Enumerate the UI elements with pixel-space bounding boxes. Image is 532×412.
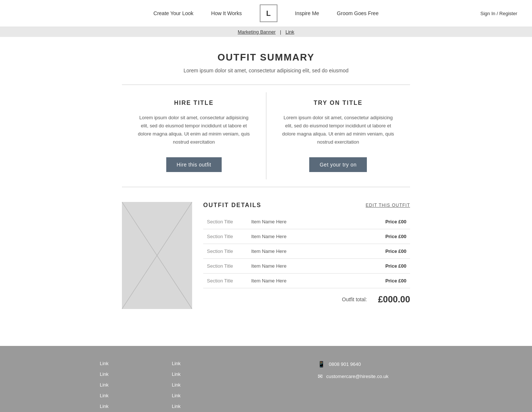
main-nav: Create Your Look How It Works L Inspire … — [0, 0, 532, 27]
item-price: Price £00 — [345, 244, 410, 259]
outfit-total-label: Outfit total: — [342, 296, 367, 302]
footer-link[interactable]: Link — [100, 404, 157, 409]
hire-outfit-button[interactable]: Hire this outfit — [166, 157, 222, 172]
hire-tryon-columns: HIRE TITLE Lorem ipsum dolor sit amet, c… — [122, 92, 410, 179]
hire-column: HIRE TITLE Lorem ipsum dolor sit amet, c… — [122, 92, 266, 179]
footer-link[interactable]: Link — [172, 371, 229, 377]
footer-phone: 📱 0808 901 9640 — [318, 361, 432, 368]
outfit-details-right: OUTFIT DETAILS EDIT THIS OUTFIT Section … — [203, 202, 410, 305]
hire-description: Lorem ipsum dolor sit amet, consectetur … — [137, 114, 251, 146]
outfit-total-row: Outfit total: £000.00 — [203, 294, 410, 305]
item-name: Item Name Here — [248, 229, 345, 244]
footer-link[interactable]: Link — [172, 382, 229, 388]
phone-icon: 📱 — [318, 361, 325, 368]
footer-link[interactable]: Link — [100, 361, 157, 366]
footer-link[interactable]: Link — [100, 371, 157, 377]
table-row: Section Title Item Name Here Price £00 — [203, 214, 410, 229]
table-row: Section Title Item Name Here Price £00 — [203, 229, 410, 244]
footer-email-address: customercare@hiresite.co.uk — [326, 374, 389, 379]
table-row: Section Title Item Name Here Price £00 — [203, 259, 410, 274]
item-section: Section Title — [203, 274, 248, 288]
tryon-column: TRY ON TITLE Lorem ipsum dolor sit amet,… — [266, 92, 410, 179]
nav-groom-goes-free[interactable]: Groom Goes Free — [337, 10, 379, 16]
footer-link[interactable]: Link — [100, 393, 157, 398]
table-row: Section Title Item Name Here Price £00 — [203, 244, 410, 259]
footer-phone-number: 0808 901 9640 — [329, 361, 361, 367]
item-section: Section Title — [203, 214, 248, 229]
outfit-details-section: OUTFIT DETAILS EDIT THIS OUTFIT Section … — [122, 202, 410, 309]
item-price: Price £00 — [345, 259, 410, 274]
tryon-description: Lorem ipsum dolor sit amet, consectetur … — [281, 114, 396, 146]
outfit-details-header: OUTFIT DETAILS EDIT THIS OUTFIT — [203, 202, 410, 209]
page-title: OUTFIT SUMMARY — [122, 52, 410, 63]
outfit-items-table: Section Title Item Name Here Price £00 S… — [203, 214, 410, 288]
sign-in-register-link[interactable]: Sign In / Register — [480, 11, 517, 16]
nav-links: Create Your Look How It Works L Inspire … — [153, 4, 378, 22]
outfit-image — [122, 202, 192, 309]
item-section: Section Title — [203, 229, 248, 244]
marketing-banner: Marketing Banner | Link — [0, 27, 532, 37]
banner-text-link[interactable]: Marketing Banner — [238, 29, 276, 35]
footer-col-2: LinkLinkLinkLinkLink — [172, 361, 229, 409]
nav-how-it-works[interactable]: How It Works — [211, 10, 242, 16]
item-name: Item Name Here — [248, 214, 345, 229]
item-price: Price £00 — [345, 229, 410, 244]
footer-contact: 📱 0808 901 9640 ✉ customercare@hiresite.… — [244, 361, 432, 409]
email-icon: ✉ — [318, 373, 323, 380]
table-row: Section Title Item Name Here Price £00 — [203, 274, 410, 288]
outfit-details-label: OUTFIT DETAILS — [203, 202, 261, 209]
item-price: Price £00 — [345, 214, 410, 229]
nav-inspire-me[interactable]: Inspire Me — [295, 10, 319, 16]
page-subtitle: Lorem ipsum dolor sit amet, consectetur … — [122, 68, 410, 73]
get-try-on-button[interactable]: Get your try on — [309, 157, 367, 172]
divider-bottom — [122, 187, 410, 187]
item-name: Item Name Here — [248, 274, 345, 288]
footer-link[interactable]: Link — [172, 404, 229, 409]
footer-link[interactable]: Link — [100, 382, 157, 388]
banner-separator: | — [280, 29, 281, 35]
divider-top — [122, 85, 410, 85]
footer: LinkLinkLinkLinkLink LinkLinkLinkLinkLin… — [0, 346, 532, 412]
footer-link[interactable]: Link — [172, 393, 229, 398]
tryon-title: TRY ON TITLE — [281, 100, 396, 106]
page-content: OUTFIT SUMMARY Lorem ipsum dolor sit ame… — [115, 37, 417, 324]
nav-create-your-look[interactable]: Create Your Look — [153, 10, 193, 16]
banner-link[interactable]: Link — [286, 29, 294, 35]
footer-col-1: LinkLinkLinkLinkLink — [100, 361, 157, 409]
item-section: Section Title — [203, 244, 248, 259]
item-name: Item Name Here — [248, 259, 345, 274]
item-price: Price £00 — [345, 274, 410, 288]
hire-title: HIRE TITLE — [137, 100, 251, 106]
footer-email: ✉ customercare@hiresite.co.uk — [318, 373, 432, 380]
footer-inner: LinkLinkLinkLinkLink LinkLinkLinkLinkLin… — [100, 361, 432, 409]
item-name: Item Name Here — [248, 244, 345, 259]
nav-logo[interactable]: L — [260, 4, 277, 22]
item-section: Section Title — [203, 259, 248, 274]
outfit-total-value: £000.00 — [378, 294, 410, 305]
edit-outfit-link[interactable]: EDIT THIS OUTFIT — [366, 203, 410, 208]
footer-link[interactable]: Link — [172, 361, 229, 366]
